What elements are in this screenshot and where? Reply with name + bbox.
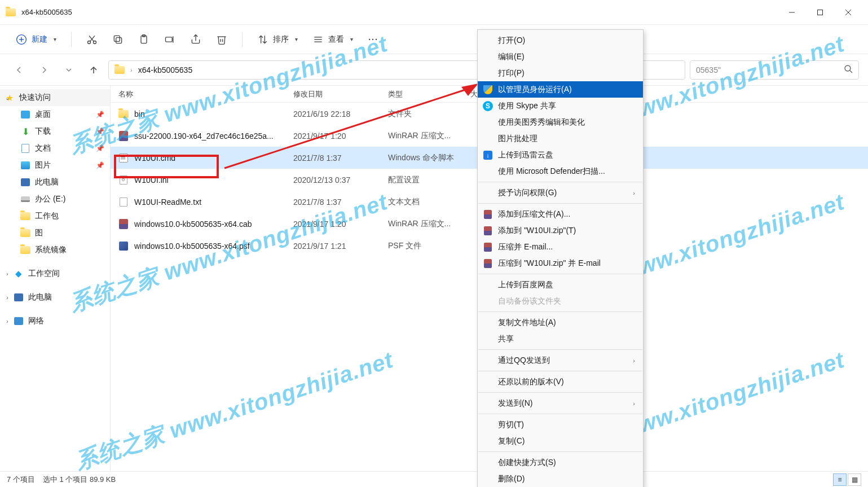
pictures-icon xyxy=(21,161,30,169)
more-button[interactable]: ··· xyxy=(362,30,385,49)
ctx-add-zip[interactable]: 添加到 "W10UI.zip"(T) xyxy=(478,222,643,239)
ctx-restore[interactable]: 还原以前的版本(V) xyxy=(478,374,643,390)
ctx-auto-backup: 自动备份该文件夹 xyxy=(478,293,643,309)
status-bar: 7 个项目 选中 1 个项目 89.9 KB ≡ ▦ xyxy=(0,471,868,487)
share-button[interactable] xyxy=(184,30,207,49)
workspace-icon: ◆ xyxy=(14,269,24,278)
view-button[interactable]: 查看 ▾ xyxy=(307,30,359,49)
ctx-defender[interactable]: 使用 Microsoft Defender扫描... xyxy=(478,163,643,179)
svg-point-24 xyxy=(845,65,851,71)
svg-rect-12 xyxy=(114,36,120,41)
crumb-sep-icon: › xyxy=(130,67,133,73)
ctx-qq-send[interactable]: 通过QQ发送到› xyxy=(478,352,643,368)
file-name: W10UI.ini xyxy=(134,176,169,185)
sidebar-item-pictures[interactable]: 图片📌 xyxy=(0,157,110,174)
clipboard-icon xyxy=(138,34,149,45)
ctx-skype-share[interactable]: S使用 Skype 共享 xyxy=(478,98,643,114)
svg-line-10 xyxy=(89,36,94,41)
ctx-cut[interactable]: 剪切(T) xyxy=(478,416,643,433)
sidebar-item-thispc2[interactable]: ›此电脑 xyxy=(0,289,110,306)
ctx-add-archive[interactable]: 添加到压缩文件(A)... xyxy=(478,206,643,222)
ctx-copy[interactable]: 复制(C) xyxy=(478,433,643,449)
sidebar-item-tu[interactable]: 图 xyxy=(0,225,110,242)
ctx-share[interactable]: 共享 xyxy=(478,331,643,347)
sidebar-item-sysimg[interactable]: 系统镜像 xyxy=(0,242,110,258)
recent-dropdown[interactable] xyxy=(59,60,79,80)
ctx-meitu[interactable]: 使用美图秀秀编辑和美化 xyxy=(478,114,643,130)
pc-icon xyxy=(21,178,30,186)
trash-icon xyxy=(216,34,227,45)
ctx-delete[interactable]: 删除(D) xyxy=(478,471,643,487)
sidebar-item-desktop[interactable]: 桌面📌 xyxy=(0,106,110,123)
sidebar-item-documents[interactable]: 文档📌 xyxy=(0,140,110,157)
chevron-right-icon: › xyxy=(633,357,635,364)
ctx-batch-img[interactable]: 图片批处理 xyxy=(478,130,643,147)
sidebar-item-network[interactable]: ›网络 xyxy=(0,313,110,330)
ctx-shortcut[interactable]: 创建快捷方式(S) xyxy=(478,454,643,471)
breadcrumb[interactable]: x64-kb5005635 xyxy=(138,65,193,74)
sort-button[interactable]: 排序 ▾ xyxy=(252,30,303,49)
pin-icon: 📌 xyxy=(96,128,104,135)
search-box[interactable]: 05635" xyxy=(690,60,859,80)
details-view-button[interactable]: ≡ xyxy=(833,473,847,486)
col-type[interactable]: 类型 xyxy=(388,89,470,99)
forward-button[interactable] xyxy=(34,60,54,80)
chevron-right-icon: › xyxy=(633,190,635,196)
chevron-right-icon: › xyxy=(3,318,11,324)
minimize-button[interactable] xyxy=(778,3,806,21)
ctx-run-as-admin[interactable]: 以管理员身份运行(A) xyxy=(478,81,643,98)
skype-icon: S xyxy=(482,100,494,112)
close-button[interactable] xyxy=(834,3,862,21)
network-icon xyxy=(14,317,23,325)
file-icon xyxy=(118,241,129,251)
status-item-count: 7 个项目 xyxy=(7,475,35,485)
sidebar-item-workpack[interactable]: 工作包 xyxy=(0,208,110,225)
quick-access-header[interactable]: ⌄★快速访问 xyxy=(0,89,110,106)
back-button[interactable] xyxy=(9,60,29,80)
ctx-zip-to-email[interactable]: 压缩到 "W10UI.zip" 并 E-mail xyxy=(478,255,643,271)
rar-icon xyxy=(482,225,494,236)
up-button[interactable] xyxy=(83,60,104,80)
sidebar-item-workspace[interactable]: ›◆工作空间 xyxy=(0,265,110,282)
rar-icon xyxy=(482,258,494,269)
pin-icon: 📌 xyxy=(96,111,104,119)
sidebar-item-downloads[interactable]: ⬇下载📌 xyxy=(0,123,110,140)
toolbar-separator xyxy=(242,32,243,47)
toolbar-separator xyxy=(71,32,72,47)
delete-button[interactable] xyxy=(210,30,233,49)
maximize-button[interactable] xyxy=(806,3,834,21)
ctx-separator xyxy=(478,203,642,204)
file-name: windows10.0-kb5005635-x64.psf xyxy=(134,242,250,251)
ctx-baidu[interactable]: 上传到百度网盘 xyxy=(478,277,643,293)
cut-button[interactable] xyxy=(81,30,103,49)
main-area: ⌄★快速访问 桌面📌 ⬇下载📌 文档📌 图片📌 此电脑 办公 (E:) 工作包 … xyxy=(0,86,868,471)
paste-button[interactable] xyxy=(133,30,155,49)
rename-icon xyxy=(164,34,175,45)
ctx-zip-email[interactable]: 压缩并 E-mail... xyxy=(478,239,643,255)
thumbnails-view-button[interactable]: ▦ xyxy=(848,473,861,486)
col-name[interactable]: 名称 xyxy=(118,89,293,99)
ctx-copy-address[interactable]: 复制文件地址(A) xyxy=(478,314,643,331)
rename-button[interactable] xyxy=(158,30,181,49)
ctx-edit[interactable]: 编辑(E) xyxy=(478,49,643,65)
ctx-grant-access[interactable]: 授予访问权限(G)› xyxy=(478,185,643,201)
ctx-print[interactable]: 打印(P) xyxy=(478,65,643,81)
ctx-open[interactable]: 打开(O) xyxy=(478,32,643,49)
col-date[interactable]: 修改日期 xyxy=(293,89,388,99)
file-icon xyxy=(118,109,129,119)
ctx-separator xyxy=(478,182,642,182)
sidebar-item-office-e[interactable]: 办公 (E:) xyxy=(0,191,110,208)
file-type: WinRAR 压缩文... xyxy=(388,131,470,141)
sort-label: 排序 xyxy=(273,34,289,45)
file-icon xyxy=(118,175,129,185)
ctx-thunder[interactable]: ↓上传到迅雷云盘 xyxy=(478,147,643,163)
pin-icon: 📌 xyxy=(96,161,104,169)
svg-rect-11 xyxy=(116,37,122,43)
copy-button[interactable] xyxy=(107,30,129,49)
file-icon xyxy=(118,153,129,163)
new-label: 新建 xyxy=(32,34,47,45)
ctx-send-to[interactable]: 发送到(N)› xyxy=(478,395,643,411)
new-button[interactable]: 新建 ▾ xyxy=(10,30,62,49)
sidebar-item-thispc[interactable]: 此电脑 xyxy=(0,174,110,191)
ctx-separator xyxy=(478,311,642,312)
